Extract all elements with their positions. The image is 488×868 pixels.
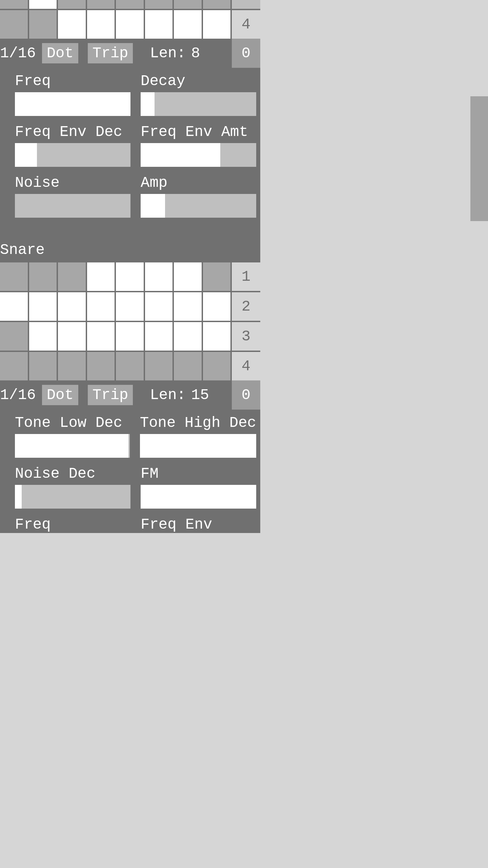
snare-step[interactable] (58, 352, 86, 380)
kick-step[interactable] (116, 0, 144, 9)
snare-tonehigh-slider[interactable] (140, 434, 256, 458)
kick-length-value[interactable]: 8 (191, 45, 200, 62)
kick-dot-button[interactable]: Dot (42, 43, 78, 63)
row-number-label: 2 (242, 298, 250, 315)
snare-noisedec-slider[interactable] (15, 485, 130, 494)
snare-step[interactable] (174, 262, 202, 291)
row-number-label: 3 (242, 328, 250, 345)
kick-step[interactable] (203, 0, 231, 9)
snare-step[interactable] (116, 292, 144, 321)
snare-step[interactable] (0, 262, 28, 291)
snare-row: 4 (0, 352, 260, 380)
kick-fenvdec-label: Freq Env Dec (15, 123, 130, 140)
kick-length-prefix: Len: (150, 45, 186, 62)
snare-step[interactable] (29, 352, 57, 380)
kick-step[interactable] (116, 10, 144, 39)
snare-row-number[interactable]: 3 (232, 322, 260, 351)
snare-step[interactable] (203, 322, 231, 351)
kick-noise-slider[interactable] (15, 194, 130, 218)
snare-step[interactable] (58, 262, 86, 291)
snare-step[interactable] (29, 322, 57, 351)
kick-trip-button[interactable]: Trip (88, 43, 133, 63)
kick-rate-label[interactable]: 1/16 (0, 45, 42, 62)
kick-row-number (232, 0, 260, 9)
snare-step[interactable] (116, 262, 144, 291)
kick-step[interactable] (145, 10, 173, 39)
snare-grid: 1 2 3 (0, 262, 260, 380)
snare-fm-label: FM (141, 465, 256, 482)
snare-length-value[interactable]: 15 (191, 387, 209, 403)
snare-step[interactable] (116, 352, 144, 380)
snare-step[interactable] (87, 352, 115, 380)
snare-step[interactable] (174, 352, 202, 380)
snare-step[interactable] (145, 292, 173, 321)
snare-step[interactable] (87, 292, 115, 321)
kick-decay-label: Decay (141, 73, 256, 90)
kick-step[interactable] (0, 10, 28, 39)
row-number-label: 4 (242, 16, 250, 33)
snare-step[interactable] (0, 352, 28, 380)
kick-step[interactable] (0, 0, 28, 9)
kick-fenvamt-slider[interactable] (141, 143, 256, 167)
snare-title: Snare (0, 231, 260, 262)
snare-step[interactable] (145, 262, 173, 291)
snare-step[interactable] (0, 322, 28, 351)
snare-step[interactable] (0, 292, 28, 321)
kick-row-number[interactable]: 4 (232, 10, 260, 39)
snare-step[interactable] (29, 262, 57, 291)
kick-params: Freq Decay Freq Env Dec Freq Env Amt Noi… (0, 68, 260, 231)
snare-noisedec-label: Noise Dec (15, 465, 130, 482)
snare-step[interactable] (87, 322, 115, 351)
snare-rate-label[interactable]: 1/16 (0, 387, 42, 403)
snare-params: Tone Low Dec Tone High Dec Noise Dec FM … (0, 410, 260, 494)
snare-step[interactable] (174, 292, 202, 321)
kick-step[interactable] (145, 0, 173, 9)
kick-freq-label: Freq (15, 73, 130, 90)
kick-step[interactable] (87, 10, 115, 39)
kick-step[interactable] (58, 0, 86, 9)
snare-step[interactable] (203, 262, 231, 291)
snare-row: 3 (0, 322, 260, 351)
kick-step[interactable] (87, 0, 115, 9)
kick-step[interactable] (203, 10, 231, 39)
kick-fenvamt-label: Freq Env Amt (141, 123, 256, 140)
snare-fm-slider[interactable] (141, 485, 256, 494)
snare-row-number[interactable]: 1 (232, 262, 260, 291)
snare-step[interactable] (203, 352, 231, 380)
snare-step[interactable] (58, 292, 86, 321)
snare-step[interactable] (116, 322, 144, 351)
snare-offset-value[interactable]: 0 (232, 380, 260, 410)
snare-step[interactable] (145, 322, 173, 351)
kick-step[interactable] (29, 0, 57, 9)
kick-step[interactable] (174, 0, 202, 9)
kick-control-row: 1/16 Dot Trip Len: 8 0 (0, 39, 260, 68)
snare-trip-button[interactable]: Trip (88, 385, 133, 405)
snare-row-number[interactable]: 2 (232, 292, 260, 321)
kick-decay-slider[interactable] (141, 92, 256, 116)
kick-step[interactable] (174, 10, 202, 39)
snare-step[interactable] (58, 322, 86, 351)
snare-step[interactable] (87, 262, 115, 291)
snare-step[interactable] (145, 352, 173, 380)
kick-amp-slider[interactable] (141, 194, 256, 218)
snare-row: 1 (0, 262, 260, 291)
snare-control-row: 1/16 Dot Trip Len: 15 0 (0, 380, 260, 410)
kick-fenvdec-slider[interactable] (15, 143, 130, 167)
kick-noise-label: Noise (15, 174, 130, 191)
snare-dot-button[interactable]: Dot (42, 385, 78, 405)
snare-tonelow-slider[interactable] (15, 434, 130, 458)
snare-step[interactable] (29, 292, 57, 321)
snare-row: 2 (0, 292, 260, 321)
kick-freq-slider[interactable] (15, 92, 130, 116)
kick-amp-label: Amp (141, 174, 256, 191)
snare-row-number[interactable]: 4 (232, 352, 260, 380)
kick-row-partial (0, 0, 260, 9)
row-number-label: 1 (242, 268, 250, 285)
drum-machine-panel: 4 1/16 Dot Trip Len: 8 0 Freq Decay Freq… (0, 0, 260, 494)
kick-step[interactable] (58, 10, 86, 39)
kick-offset-value[interactable]: 0 (232, 39, 260, 68)
snare-tonehigh-label: Tone High Dec (140, 414, 256, 431)
kick-step[interactable] (29, 10, 57, 39)
snare-step[interactable] (203, 292, 231, 321)
snare-step[interactable] (174, 322, 202, 351)
